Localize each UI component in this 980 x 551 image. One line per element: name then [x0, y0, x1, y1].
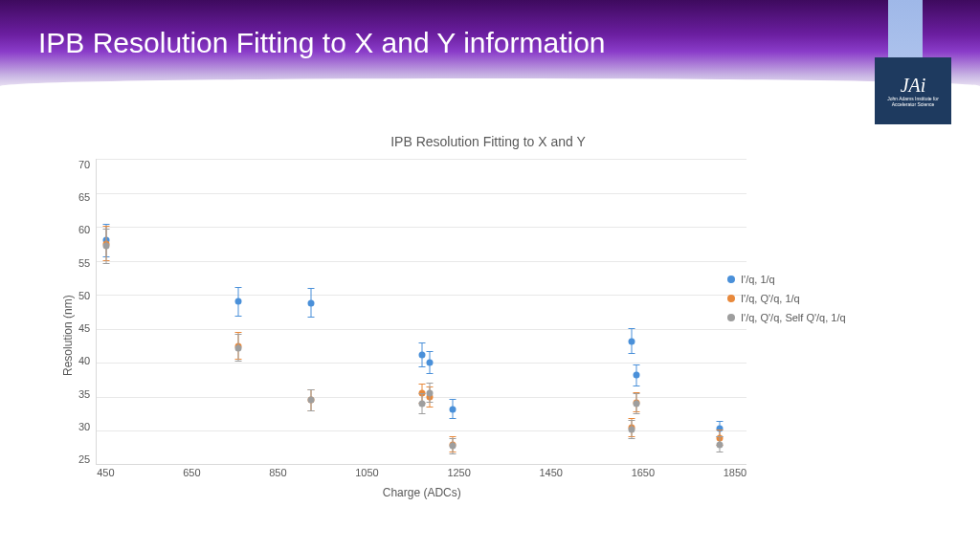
- page-title: IPB Resolution Fitting to X and Y inform…: [38, 27, 606, 59]
- grid-line: [97, 329, 746, 330]
- grid-line: [97, 430, 746, 431]
- data-point: [102, 243, 109, 250]
- legend-label: I'/q, Q'/q, 1/q: [741, 293, 800, 304]
- y-tick: 50: [78, 290, 90, 301]
- x-tick: 1650: [632, 467, 655, 478]
- data-point: [307, 397, 314, 404]
- y-tick: 25: [78, 453, 90, 465]
- data-point: [426, 360, 433, 366]
- data-point: [633, 401, 639, 408]
- y-tick: 60: [78, 224, 90, 235]
- legend-label: I'/q, Q'/q, Self Q'/q, 1/q: [741, 312, 846, 323]
- grid-line: [97, 261, 746, 262]
- legend-item: I'/q, Q'/q, Self Q'/q, 1/q: [727, 312, 846, 323]
- x-tick: 1850: [724, 467, 746, 478]
- y-tick: 55: [78, 257, 90, 269]
- grid-line: [97, 159, 746, 160]
- logo-main: JAi: [901, 75, 926, 97]
- legend-marker-icon: [727, 314, 735, 321]
- logo-badge: JAi John Adams Institute for Accelerator…: [875, 57, 951, 124]
- y-tick: 45: [78, 322, 90, 334]
- scatter-plot: 45065085010501250145016501850 Charge (AD…: [96, 159, 746, 465]
- grid-line: [97, 295, 746, 296]
- y-tick: 70: [78, 159, 90, 170]
- y-axis-label: Resolution (nm): [57, 159, 78, 513]
- legend-marker-icon: [727, 295, 735, 302]
- data-point: [419, 401, 426, 408]
- x-tick: 450: [97, 467, 114, 478]
- y-tick: 35: [78, 388, 90, 400]
- x-tick: 1050: [355, 467, 378, 478]
- y-ticks: 70656055504540353025: [78, 159, 96, 465]
- x-tick: 1250: [447, 467, 470, 478]
- y-tick: 65: [78, 191, 90, 203]
- legend-item: I'/q, Q'/q, 1/q: [727, 293, 846, 304]
- title-bar: IPB Resolution Fitting to X and Y inform…: [0, 0, 980, 86]
- chart-title: IPB Resolution Fitting to X and Y: [57, 134, 919, 149]
- data-point: [633, 372, 639, 379]
- grid-line: [97, 193, 746, 194]
- data-point: [717, 441, 724, 448]
- data-point: [426, 389, 433, 396]
- x-tick: 850: [269, 467, 286, 478]
- logo-sub: John Adams Institute for Accelerator Sci…: [875, 97, 951, 107]
- legend-marker-icon: [727, 276, 735, 283]
- x-ticks: 45065085010501250145016501850: [97, 467, 746, 478]
- x-axis-label: Charge (ADCs): [97, 486, 746, 499]
- data-point: [419, 351, 426, 358]
- legend-item: I'/q, 1/q: [727, 274, 846, 285]
- data-point: [307, 299, 314, 306]
- data-point: [628, 427, 635, 433]
- data-point: [235, 344, 242, 351]
- legend-label: I'/q, 1/q: [741, 274, 775, 285]
- x-tick: 1450: [540, 467, 563, 478]
- grid-line: [97, 227, 746, 228]
- plot-wrap: Resolution (nm) 70656055504540353025 450…: [57, 159, 919, 513]
- data-point: [628, 338, 635, 344]
- legend: I'/q, 1/qI'/q, Q'/q, 1/qI'/q, Q'/q, Self…: [727, 274, 846, 331]
- y-tick: 40: [78, 355, 90, 366]
- data-point: [235, 298, 242, 305]
- data-point: [449, 406, 456, 412]
- chart-container: IPB Resolution Fitting to X and Y Resolu…: [57, 134, 919, 536]
- data-point: [449, 443, 456, 450]
- x-tick: 650: [183, 467, 200, 478]
- y-tick: 30: [78, 421, 90, 432]
